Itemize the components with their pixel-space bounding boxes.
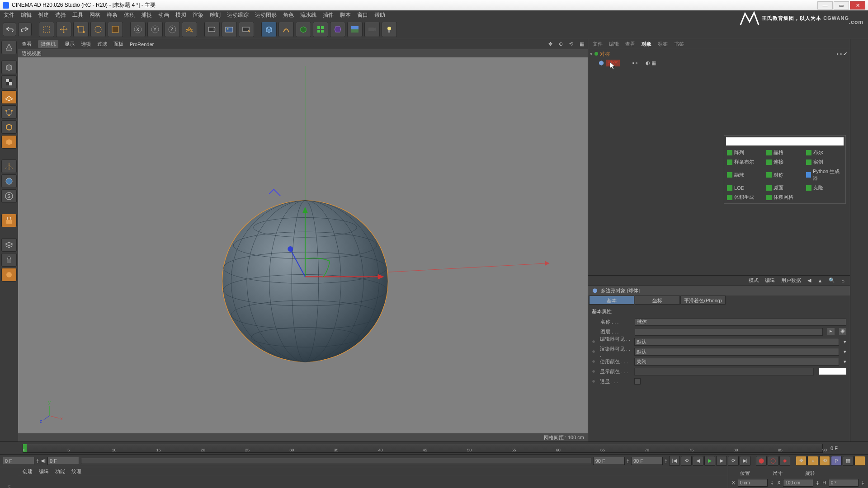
popup-item-晶格[interactable]: 晶格 xyxy=(765,148,804,157)
camera[interactable] xyxy=(364,22,380,37)
goto-end[interactable]: ▶| xyxy=(740,456,750,466)
keyframe-sel[interactable]: ◆ xyxy=(779,456,790,466)
range-b-field[interactable]: 90 F xyxy=(593,457,625,465)
menu-捕捉[interactable]: 捕捉 xyxy=(141,11,152,19)
att-nav-home[interactable]: ⌂ xyxy=(841,278,844,283)
model-mode[interactable] xyxy=(1,61,17,74)
menu-角色[interactable]: 角色 xyxy=(283,11,294,19)
attr-field-显示颜色[interactable] xyxy=(634,368,814,375)
mattab-功能[interactable]: 功能 xyxy=(55,468,65,475)
objtab-书签[interactable]: 书签 xyxy=(674,41,684,47)
attr-field-使用颜色[interactable]: 关闭 xyxy=(634,358,839,366)
atttab-用户数据[interactable]: 用户数据 xyxy=(781,277,801,284)
menu-文件[interactable]: 文件 xyxy=(4,11,14,19)
range-slider[interactable] xyxy=(81,458,591,464)
object-manager[interactable]: ▾ 对称 ▪ ▫ ✔ 球体 ▪ ▫ ◐ ▦ 阵列晶格布尔样条布尔连接实例融球对称… xyxy=(588,49,850,275)
viewport-3d[interactable]: y x z xyxy=(18,57,588,433)
menu-运动图形[interactable]: 运动图形 xyxy=(255,11,277,19)
att-nav-up[interactable]: ▲ xyxy=(817,278,822,283)
generator-array[interactable] xyxy=(313,22,328,37)
material-manager[interactable]: 创建编辑功能纹理 xyxy=(18,467,728,488)
menu-网格[interactable]: 网格 xyxy=(90,11,100,19)
maximize-button[interactable]: ▭ xyxy=(834,1,849,9)
asubtab-基本[interactable]: 基本 xyxy=(589,296,634,305)
point-mode[interactable] xyxy=(1,105,17,119)
play-button[interactable]: ▶ xyxy=(704,456,715,466)
attr-field-图层[interactable] xyxy=(635,328,823,336)
obj-symmetry[interactable]: 对称 xyxy=(600,51,610,57)
asubtab-坐标[interactable]: 坐标 xyxy=(635,296,680,305)
viewbar-摄像机[interactable]: 摄像机 xyxy=(38,40,58,48)
snap-toggle[interactable]: S xyxy=(1,189,17,203)
goto-prev-key[interactable]: ⟲ xyxy=(681,456,692,466)
popup-search[interactable] xyxy=(726,137,844,145)
popup-item-布尔[interactable]: 布尔 xyxy=(805,148,844,157)
viewbar-显示[interactable]: 显示 xyxy=(65,41,75,47)
render-picture[interactable] xyxy=(222,22,237,37)
objtab-查看[interactable]: 查看 xyxy=(625,41,635,47)
environment[interactable] xyxy=(347,22,363,37)
render-settings[interactable] xyxy=(239,22,254,37)
menu-样条[interactable]: 样条 xyxy=(107,11,118,19)
popup-item-减面[interactable]: 减面 xyxy=(765,183,804,192)
menu-动画[interactable]: 动画 xyxy=(158,11,169,19)
redo-button[interactable] xyxy=(18,23,32,36)
popup-item-融球[interactable]: 融球 xyxy=(726,167,764,183)
objtab-对象[interactable]: 对象 xyxy=(642,41,651,47)
key-rot[interactable]: ⟲ xyxy=(819,456,830,466)
minimize-button[interactable]: — xyxy=(817,1,833,9)
make-editable[interactable] xyxy=(1,41,17,54)
edge-mode[interactable] xyxy=(1,120,17,134)
undo-button[interactable] xyxy=(3,23,16,36)
popup-item-对称[interactable]: 对称 xyxy=(765,167,804,183)
atttab-编辑[interactable]: 编辑 xyxy=(765,277,775,284)
tweak-mode[interactable] xyxy=(1,268,17,282)
key-opts[interactable]: ⋮ xyxy=(854,456,865,466)
menu-体积[interactable]: 体积 xyxy=(124,11,135,19)
deformer[interactable] xyxy=(330,22,345,37)
lock-icon[interactable] xyxy=(1,253,17,267)
y-axis-lock[interactable]: Y xyxy=(147,22,163,37)
popup-item-Python 生成器[interactable]: Python 生成器 xyxy=(805,167,844,183)
menu-创建[interactable]: 创建 xyxy=(38,11,49,19)
viewport-rotate-icon[interactable]: ⟲ xyxy=(569,41,573,47)
z-axis-lock[interactable]: Z xyxy=(165,22,180,37)
polygon-mode[interactable] xyxy=(1,135,17,149)
viewport-solo[interactable] xyxy=(1,174,17,188)
mattab-纹理[interactable]: 纹理 xyxy=(71,468,81,475)
menu-模拟[interactable]: 模拟 xyxy=(175,11,186,19)
render-view[interactable] xyxy=(204,22,220,37)
menu-渲染[interactable]: 渲染 xyxy=(193,11,203,19)
menu-脚本[interactable]: 脚本 xyxy=(340,11,351,19)
key-pos[interactable]: ✥ xyxy=(796,456,807,466)
rotate-tool[interactable] xyxy=(90,22,106,37)
scale-tool[interactable] xyxy=(73,22,89,37)
generator-nurbs[interactable] xyxy=(296,22,311,37)
axis-mode[interactable] xyxy=(1,160,17,173)
mattab-编辑[interactable]: 编辑 xyxy=(39,468,49,475)
popup-item-连接[interactable]: 连接 xyxy=(765,158,804,166)
popup-item-样条布尔[interactable]: 样条布尔 xyxy=(726,158,764,166)
menu-插件[interactable]: 插件 xyxy=(323,11,334,19)
viewbar-选项[interactable]: 选项 xyxy=(81,41,91,47)
select-tool[interactable] xyxy=(39,22,54,37)
current-frame-field[interactable]: 90 F xyxy=(631,457,663,465)
menu-编辑[interactable]: 编辑 xyxy=(21,11,32,19)
record-button[interactable]: ⬤ xyxy=(756,456,767,466)
key-pla[interactable]: ▦ xyxy=(843,456,854,466)
popup-item-体积生成[interactable]: 体积生成 xyxy=(726,193,764,202)
range-a-field[interactable]: 0 F xyxy=(47,457,79,465)
menu-流水线[interactable]: 流水线 xyxy=(300,11,316,19)
coord-field[interactable]: 100 cm xyxy=(783,479,813,487)
popup-item-LOD[interactable]: LOD xyxy=(726,183,764,192)
key-scale[interactable]: ▫ xyxy=(807,456,818,466)
viewbar-面板[interactable]: 面板 xyxy=(113,41,123,47)
viewbar-过滤[interactable]: 过滤 xyxy=(97,41,107,47)
workplane-mode[interactable] xyxy=(1,90,17,104)
key-param[interactable]: P xyxy=(831,456,842,466)
goto-start[interactable]: |◀ xyxy=(669,456,680,466)
primitive-cube[interactable] xyxy=(261,22,277,37)
spline-pen[interactable] xyxy=(278,22,294,37)
popup-item-阵列[interactable]: 阵列 xyxy=(726,148,764,157)
viewport-layout-icon[interactable]: ▦ xyxy=(580,41,584,47)
